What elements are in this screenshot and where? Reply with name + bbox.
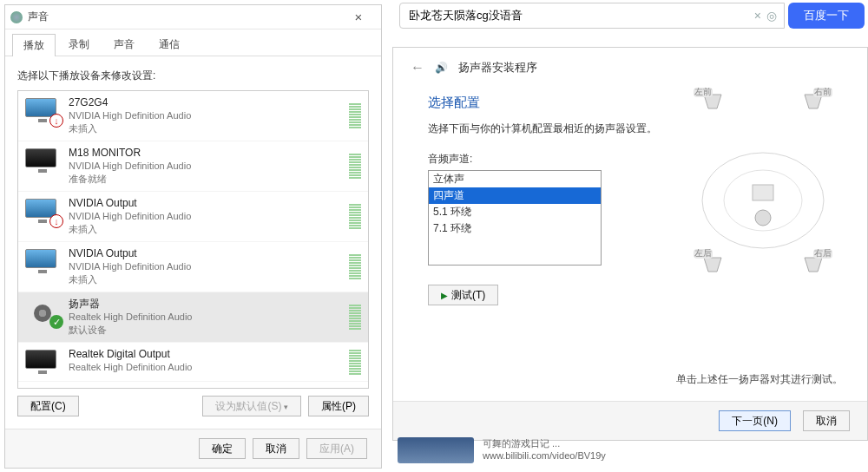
properties-button[interactable]: 属性(P) — [308, 396, 369, 416]
svg-rect-2 — [753, 185, 773, 200]
device-name: Realtek Digital Output — [69, 348, 340, 361]
titlebar: 声音 × — [5, 5, 381, 30]
tab-sounds[interactable]: 声音 — [102, 33, 146, 56]
speaker-front-right: 右前 — [805, 88, 832, 108]
svg-text:左前: 左前 — [694, 88, 712, 96]
device-mfr: Realtek High Definition Audio — [69, 311, 340, 324]
device-mfr: NVIDIA High Definition Audio — [69, 260, 340, 273]
search-input[interactable] — [407, 9, 749, 23]
wizard-body: 选择配置 选择下面与你的计算机配置最相近的扬声器设置。 音频声道: 立体声四声道… — [393, 79, 867, 401]
tabs: 播放 录制 声音 通信 — [5, 30, 381, 56]
tab-content: 选择以下播放设备来修改设置: 27G2G4NVIDIA High Definit… — [5, 56, 381, 429]
dialog-button-bar: 确定 取消 应用(A) — [5, 429, 381, 468]
device-status: 默认设备 — [69, 324, 340, 337]
sound-dialog: 声音 × 播放 录制 声音 通信 选择以下播放设备来修改设置: 27G2G4NV… — [4, 4, 382, 469]
device-name: 扬声器 — [69, 298, 340, 311]
video-meta: 可舞的游戏日记 ... www.bilibili.com/video/BV19y — [483, 437, 606, 461]
device-name: NVIDIA Output — [69, 197, 340, 210]
video-url: www.bilibili.com/video/BV19y — [483, 450, 606, 461]
window-title: 声音 — [28, 10, 49, 24]
speaker-rear-left: 左后 — [694, 248, 721, 272]
monitor-icon — [25, 350, 60, 376]
device-name: NVIDIA Output — [69, 247, 340, 260]
device-status: 未插入 — [69, 122, 340, 135]
svg-marker-10 — [704, 258, 721, 272]
device-row[interactable]: NVIDIA OutputNVIDIA High Definition Audi… — [18, 192, 368, 242]
speaker-front-left: 左前 — [694, 88, 721, 108]
device-row[interactable]: 27G2G4NVIDIA High Definition Audio未插入 — [18, 91, 368, 141]
device-row[interactable]: NVIDIA OutputNVIDIA High Definition Audi… — [18, 242, 368, 292]
device-list[interactable]: 27G2G4NVIDIA High Definition Audio未插入M18… — [17, 90, 369, 389]
device-text: Realtek Digital OutputRealtek High Defin… — [69, 348, 340, 376]
device-button-row: 配置(C) 设为默认值(S) 属性(P) — [17, 389, 369, 423]
svg-text:左后: 左后 — [694, 248, 712, 258]
search-button[interactable]: 百度一下 — [788, 3, 865, 29]
monitor-icon — [25, 98, 60, 124]
channel-option[interactable]: 立体声 — [429, 171, 601, 187]
speaker-setup-wizard: ← 🔊 扬声器安装程序 选择配置 选择下面与你的计算机配置最相近的扬声器设置。 … — [392, 47, 868, 441]
device-mfr: NVIDIA High Definition Audio — [69, 210, 340, 223]
back-icon[interactable]: ← — [411, 60, 424, 75]
video-title: 可舞的游戏日记 ... — [483, 437, 606, 450]
play-icon: ▶ — [441, 291, 448, 300]
sound-icon — [10, 11, 23, 23]
level-meter — [349, 154, 361, 179]
device-status: 未插入 — [69, 273, 340, 286]
instruction-text: 选择以下播放设备来修改设置: — [17, 69, 369, 83]
device-row[interactable]: M18 MONITORNVIDIA High Definition Audio准… — [18, 141, 368, 192]
speaker-icon — [25, 299, 60, 325]
next-button[interactable]: 下一页(N) — [719, 410, 791, 431]
apply-button[interactable]: 应用(A) — [306, 438, 367, 459]
device-mfr: Realtek High Definition Audio — [69, 361, 340, 374]
level-meter — [349, 305, 361, 330]
channel-option[interactable]: 7.1 环绕 — [429, 220, 601, 237]
search-result-snippet[interactable]: 可舞的游戏日记 ... www.bilibili.com/video/BV19y — [398, 437, 606, 463]
device-text: M18 MONITORNVIDIA High Definition Audio准… — [69, 147, 340, 186]
search-input-wrap: × ◎ — [399, 3, 785, 29]
svg-marker-13 — [805, 258, 822, 272]
search-bar: × ◎ 百度一下 — [392, 0, 868, 31]
speaker-wizard-icon: 🔊 — [435, 62, 448, 74]
svg-text:右后: 右后 — [814, 248, 832, 258]
configure-button[interactable]: 配置(C) — [17, 396, 79, 416]
channel-listbox[interactable]: 立体声四声道5.1 环绕7.1 环绕 — [428, 170, 602, 266]
device-row[interactable]: Realtek Digital OutputRealtek High Defin… — [18, 343, 368, 382]
level-meter — [349, 254, 361, 279]
device-text: 27G2G4NVIDIA High Definition Audio未插入 — [69, 96, 340, 135]
test-button-label: 测试(T) — [451, 288, 485, 303]
svg-point-3 — [755, 210, 771, 226]
device-name: 27G2G4 — [69, 96, 340, 109]
svg-text:右前: 右前 — [814, 88, 832, 96]
speaker-rear-right: 右后 — [805, 248, 832, 272]
speaker-diagram[interactable]: 左前 右前 左后 右后 — [676, 88, 850, 279]
wizard-title: 扬声器安装程序 — [458, 60, 537, 75]
level-meter — [349, 103, 361, 128]
monitor-icon — [25, 148, 60, 174]
wizard-header: ← 🔊 扬声器安装程序 — [393, 48, 867, 79]
clear-icon[interactable]: × — [754, 9, 761, 23]
ok-button[interactable]: 确定 — [199, 438, 246, 459]
close-icon[interactable]: × — [341, 10, 376, 24]
device-status: 未插入 — [69, 223, 340, 236]
device-mfr: NVIDIA High Definition Audio — [69, 160, 340, 173]
wizard-hint: 单击上述任一扬声器对其进行测试。 — [676, 372, 843, 387]
device-name: M18 MONITOR — [69, 147, 340, 160]
device-text: 扬声器Realtek High Definition Audio默认设备 — [69, 298, 340, 337]
set-default-button[interactable]: 设为默认值(S) — [202, 396, 301, 416]
cancel-button[interactable]: 取消 — [253, 438, 299, 459]
channel-option[interactable]: 四声道 — [429, 187, 601, 204]
device-status: 准备就绪 — [69, 173, 340, 186]
test-button[interactable]: ▶ 测试(T) — [428, 285, 498, 305]
device-row[interactable]: 扬声器Realtek High Definition Audio默认设备 — [18, 292, 368, 343]
tab-recording[interactable]: 录制 — [57, 33, 101, 56]
video-thumbnail[interactable] — [398, 437, 474, 463]
level-meter — [349, 204, 361, 229]
device-text: NVIDIA OutputNVIDIA High Definition Audi… — [69, 247, 340, 286]
channel-option[interactable]: 5.1 环绕 — [429, 204, 601, 220]
monitor-icon — [25, 199, 60, 225]
device-text: NVIDIA OutputNVIDIA High Definition Audi… — [69, 197, 340, 236]
tab-communications[interactable]: 通信 — [148, 33, 191, 56]
wizard-cancel-button[interactable]: 取消 — [803, 410, 850, 431]
camera-icon[interactable]: ◎ — [766, 9, 777, 23]
tab-playback[interactable]: 播放 — [12, 34, 56, 56]
